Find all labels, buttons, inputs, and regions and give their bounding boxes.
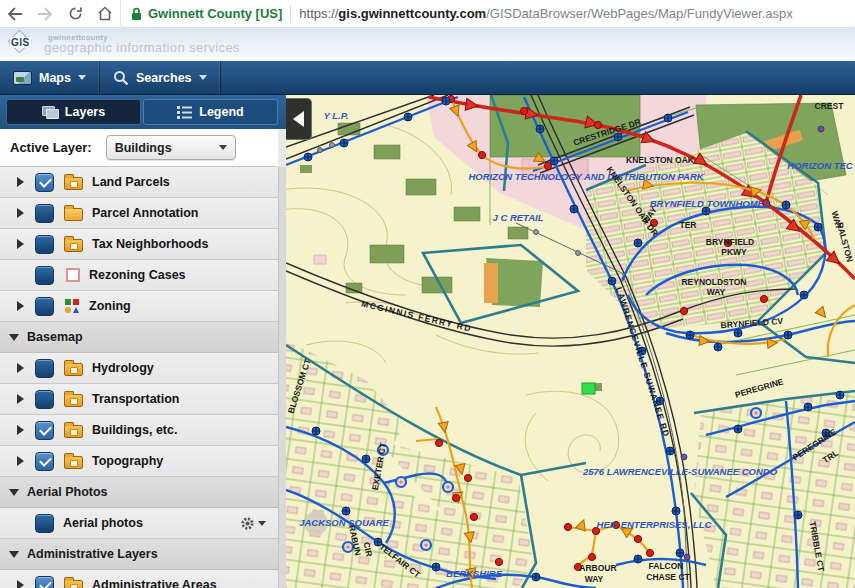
map-label: Y L.P. [324,110,349,121]
layer-item-tax-neighborhoods[interactable]: Tax Neighborhoods [0,229,278,260]
layer-checkbox[interactable] [35,266,54,285]
map-viewport[interactable]: CRESTY L.P.HORIZON TECHNOLOGY AND DISTRI… [286,95,855,588]
layer-item-administrative-areas[interactable]: Administrative Areas [0,570,278,588]
layer-item-topography[interactable]: Topography [0,446,278,477]
layer-item-rezoning-cases[interactable]: Rezoning Cases [0,260,278,291]
layer-checkbox[interactable] [35,297,54,316]
layer-checkbox[interactable] [35,390,54,409]
layer-checkbox[interactable] [35,204,54,223]
sidebar-scrollbar[interactable] [278,167,286,588]
layer-checkbox[interactable] [35,359,54,378]
folder-icon [64,239,83,252]
layer-item-hydrology[interactable]: Hydrology [0,353,278,384]
active-layer-row: Active Layer: Buildings [0,129,278,167]
map-label: KNELSTON OAK [626,155,695,165]
map-label: CHASE CT [646,572,690,582]
padlock-icon [131,7,142,21]
map-icon [13,71,32,85]
content-area: Layers Legend Active Layer: Buildings La… [0,95,855,588]
layer-item-zoning[interactable]: Zoning [0,291,278,322]
layer-item-aerial-photos[interactable]: Aerial photos [0,508,278,539]
reload-button[interactable] [60,2,90,26]
layer-checkbox[interactable] [35,235,54,254]
map-label: WAY [585,574,604,584]
collapse-icon [9,551,19,558]
folder-icon [64,363,83,376]
layer-list: Land ParcelsParcel AnnotationTax Neighbo… [0,167,278,588]
map-label: HORIZON TEC [787,160,853,171]
map-label: HEIL ENTERPRISES, LLC [597,519,712,530]
maps-menu-button[interactable]: Maps [0,61,100,94]
expand-icon[interactable] [17,425,24,435]
map-label: TER [680,220,697,230]
layer-checkbox[interactable] [35,514,54,533]
map-label: WAY [707,287,726,297]
back-button[interactable] [0,2,30,26]
legend-icon [177,106,192,119]
site-identity: Gwinnett County [US] [148,6,282,21]
sidebar-collapse-button[interactable] [286,98,312,140]
folder-icon [64,394,83,407]
searches-menu-button[interactable]: Searches [100,61,221,94]
layer-item-transportation[interactable]: Transportation [0,384,278,415]
folder-icon [64,580,83,588]
layer-checkbox[interactable] [35,173,54,192]
chevron-down-icon [78,75,86,80]
expand-icon[interactable] [17,177,24,187]
map-label: PKWY [721,247,747,257]
map-label: REYNOLDSTON [681,277,746,287]
map-label: BERKSHIRE [446,568,503,579]
section-header-basemap[interactable]: Basemap [0,322,278,353]
layer-options-gear-button[interactable] [240,516,266,531]
chevron-down-icon [219,145,227,150]
active-layer-select[interactable]: Buildings [106,135,236,160]
brand-tagline-large: geographic information services [44,40,240,55]
folder-icon [64,425,83,438]
expand-icon[interactable] [17,239,24,249]
layer-item-buildings-etc[interactable]: Buildings, etc. [0,415,278,446]
map-canvas: CRESTY L.P.HORIZON TECHNOLOGY AND DISTRI… [286,95,855,588]
main-toolbar: Maps Searches [0,61,855,95]
layer-label: Buildings, etc. [92,423,177,437]
home-button[interactable] [90,2,120,26]
folder-icon [64,208,83,221]
folder-icon [64,456,83,469]
site-header: GIS gwinnettcounty geographic informatio… [0,28,855,61]
map-label: CREST [815,101,845,111]
expand-icon[interactable] [17,208,24,218]
expand-icon[interactable] [17,363,24,373]
layer-checkbox[interactable] [35,452,54,471]
layer-item-parcel-annotation[interactable]: Parcel Annotation [0,198,278,229]
forward-button[interactable] [30,2,60,26]
expand-icon[interactable] [17,580,24,588]
layer-label: Parcel Annotation [92,206,199,220]
map-label: J C RETAIL [492,212,543,223]
gis-data-browser-window: Gwinnett County [US] https://gis.gwinnet… [0,0,855,588]
expand-icon[interactable] [17,394,24,404]
layers-panel: Layers Legend Active Layer: Buildings La… [0,95,286,588]
zoning-shapes-icon [64,298,80,314]
panel-tabs: Layers Legend [0,95,286,129]
folder-icon [64,177,83,190]
gis-logo: GIS [8,31,38,58]
collapse-icon [9,334,19,341]
layer-item-land-parcels[interactable]: Land Parcels [0,167,278,198]
layer-checkbox[interactable] [35,421,54,440]
tab-layers[interactable]: Layers [6,99,141,125]
browser-chrome: Gwinnett County [US] https://gis.gwinnet… [0,0,855,28]
map-label: BRYNFIELD TOWNHOMES [650,198,771,209]
section-header-administrative-layers[interactable]: Administrative Layers [0,539,278,570]
highlighted-parcel [582,383,595,394]
tab-legend[interactable]: Legend [143,99,278,125]
active-layer-value: Buildings [115,141,219,155]
address-bar[interactable]: Gwinnett County [US] https://gis.gwinnet… [120,0,855,28]
active-layer-label: Active Layer: [10,140,92,155]
chevron-down-icon [258,521,266,526]
expand-icon[interactable] [17,301,24,311]
layer-checkbox[interactable] [35,576,54,588]
map-label: FALCON [649,561,684,571]
section-header-aerial-photos[interactable]: Aerial Photos [0,477,278,508]
section-label: Basemap [27,330,83,344]
layer-label: Administrative Areas [92,578,217,588]
expand-icon[interactable] [17,456,24,466]
